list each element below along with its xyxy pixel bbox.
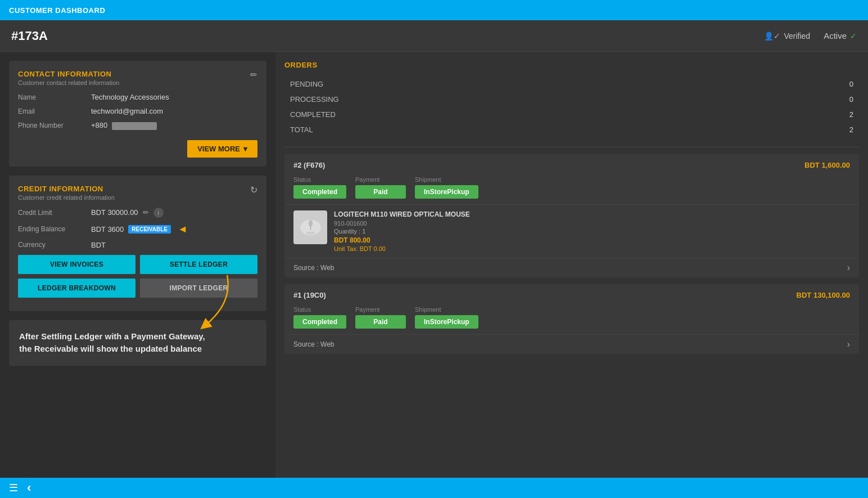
order2-status-badge: Completed — [293, 315, 346, 329]
name-row: Name Technology Accessories — [18, 93, 257, 101]
order1-shipment-col: Shipment InStorePickup — [415, 176, 478, 199]
order1-chevron-icon: › — [847, 263, 850, 273]
credit-limit-row: Credit Limit BDT 30000.00 ✏ i — [18, 208, 257, 218]
order2-shipment-badge: InStorePickup — [415, 315, 478, 329]
curved-arrow-svg — [188, 270, 238, 331]
credit-limit-info-icon[interactable]: i — [153, 208, 164, 218]
order2-shipment-label: Shipment — [415, 306, 478, 313]
orders-title: ORDERS — [284, 61, 859, 69]
order1-status-label: Status — [293, 176, 346, 183]
top-bar: CUSTOMER DASHBOARD — [0, 0, 868, 20]
order2-id: #1 (19C0) — [293, 291, 326, 299]
svg-point-2 — [308, 220, 312, 226]
main-content: CONTACT INFORMATION Customer contact rel… — [0, 52, 868, 478]
active-check-icon: ✓ — [850, 32, 857, 41]
order2-status-col: Status Completed — [293, 306, 346, 329]
contact-title: CONTACT INFORMATION — [18, 70, 119, 78]
header-row: #173A 👤✓ Verified Active ✓ — [0, 20, 868, 52]
product-price: BDT 800.00 — [334, 236, 850, 244]
order1-payment-col: Payment Paid — [355, 176, 406, 199]
order1-amount: BDT 1,600.00 — [804, 161, 850, 169]
ending-balance-label: Ending Balance — [18, 225, 91, 233]
order2-payment-label: Payment — [355, 306, 406, 313]
order2-payment-badge: Paid — [355, 315, 406, 329]
contact-card: CONTACT INFORMATION Customer contact rel… — [9, 61, 266, 167]
order2-status-label: Status — [293, 306, 346, 313]
receivable-arrow-icon: ◄ — [178, 223, 188, 235]
processing-label: PROCESSING — [286, 92, 752, 106]
order2-source: Source : Web — [293, 340, 334, 348]
credit-limit-edit-icon[interactable]: ✏ — [143, 208, 149, 217]
product-sku: 910-001600 — [334, 220, 850, 227]
order2-shipment-col: Shipment InStorePickup — [415, 306, 478, 329]
order2-source-row[interactable]: Source : Web › — [284, 334, 859, 354]
view-invoices-button[interactable]: VIEW INVOICES — [18, 255, 135, 274]
order2-header: #1 (19C0) BDT 130,100.00 — [284, 284, 859, 304]
pending-value: 0 — [753, 77, 858, 91]
credit-card-header: CREDIT INFORMATION Customer credit relat… — [18, 185, 257, 208]
order1-source: Source : Web — [293, 264, 334, 272]
menu-icon[interactable]: ☰ — [9, 482, 18, 494]
phone-label: Phone Number — [18, 122, 91, 129]
order-card-2: #1 (19C0) BDT 130,100.00 Status Complete… — [284, 284, 859, 354]
orders-divider — [284, 147, 859, 147]
order1-source-row[interactable]: Source : Web › — [284, 258, 859, 277]
order1-header: #2 (F676) BDT 1,600.00 — [284, 154, 859, 174]
pending-label: PENDING — [286, 77, 752, 91]
bottom-bar: ☰ ‹ — [0, 478, 868, 498]
header-status-area: 👤✓ Verified Active ✓ — [764, 31, 857, 41]
order2-chevron-icon: › — [847, 339, 850, 349]
phone-blur — [112, 122, 157, 130]
order1-product-row: LOGITECH M110 WIRED OPTICAL MOUSE 910-00… — [284, 204, 859, 258]
completed-label: COMPLETED — [286, 107, 752, 122]
left-panel: CONTACT INFORMATION Customer contact rel… — [0, 52, 275, 478]
order1-payment-label: Payment — [355, 176, 406, 183]
order2-status-row: Status Completed Payment Paid Shipment I… — [284, 304, 859, 334]
credit-subtitle: Customer credit related information — [18, 194, 115, 201]
pending-row: PENDING 0 — [286, 77, 858, 91]
ending-balance-row: Ending Balance BDT 3600 RECEIVABLE ◄ — [18, 223, 257, 235]
currency-value: BDT — [91, 241, 106, 249]
processing-row: PROCESSING 0 — [286, 92, 858, 106]
receivable-badge: RECEIVABLE — [128, 225, 171, 234]
credit-limit-label: Credit Limit — [18, 209, 91, 217]
back-icon[interactable]: ‹ — [27, 481, 31, 495]
currency-label: Currency — [18, 241, 91, 249]
credit-limit-value: BDT 30000.00 ✏ i — [91, 208, 164, 218]
svg-rect-3 — [306, 231, 315, 234]
active-label: Active — [824, 31, 847, 41]
app-title: CUSTOMER DASHBOARD — [9, 6, 105, 15]
verified-label: Verified — [784, 32, 810, 41]
total-label: TOTAL — [286, 123, 752, 137]
email-label: Email — [18, 107, 91, 115]
view-more-button[interactable]: VIEW MORE ▾ — [187, 140, 257, 158]
customer-id: #173A — [11, 29, 48, 43]
order1-status-row: Status Completed Payment Paid Shipment I… — [284, 174, 859, 204]
product-qty: Quantity : 1 — [334, 228, 850, 235]
credit-title: CREDIT INFORMATION — [18, 185, 115, 193]
completed-row: COMPLETED 2 — [286, 107, 858, 122]
contact-subtitle: Customer contact related information — [18, 79, 119, 86]
view-more-chevron-icon: ▾ — [243, 145, 247, 153]
right-panel: ORDERS PENDING 0 PROCESSING 0 COMPLETED … — [275, 52, 868, 478]
order2-payment-col: Payment Paid — [355, 306, 406, 329]
order1-id: #2 (F676) — [293, 161, 325, 169]
name-value: Technology Accessories — [91, 93, 169, 101]
order1-shipment-label: Shipment — [415, 176, 478, 183]
order2-amount: BDT 130,100.00 — [797, 291, 850, 299]
contact-header-left: CONTACT INFORMATION Customer contact rel… — [18, 70, 119, 93]
mouse-icon — [295, 212, 326, 243]
order1-shipment-badge: InStorePickup — [415, 185, 478, 199]
order1-payment-badge: Paid — [355, 185, 406, 199]
completed-value: 2 — [753, 107, 858, 122]
currency-row: Currency BDT — [18, 241, 257, 249]
tooltip-text: After Settling Ledger with a Payment Gat… — [19, 330, 256, 356]
ledger-breakdown-button[interactable]: LEDGER BREAKDOWN — [18, 279, 135, 298]
active-status: Active ✓ — [824, 31, 857, 41]
product-tax: Unit Tax: BDT 0.00 — [334, 245, 850, 252]
refresh-icon[interactable]: ↻ — [250, 185, 257, 195]
email-row: Email techworld@gmail.com — [18, 107, 257, 115]
contact-edit-icon[interactable]: ✏ — [250, 70, 257, 80]
product-image — [293, 210, 327, 244]
view-more-label: VIEW MORE — [197, 145, 240, 153]
